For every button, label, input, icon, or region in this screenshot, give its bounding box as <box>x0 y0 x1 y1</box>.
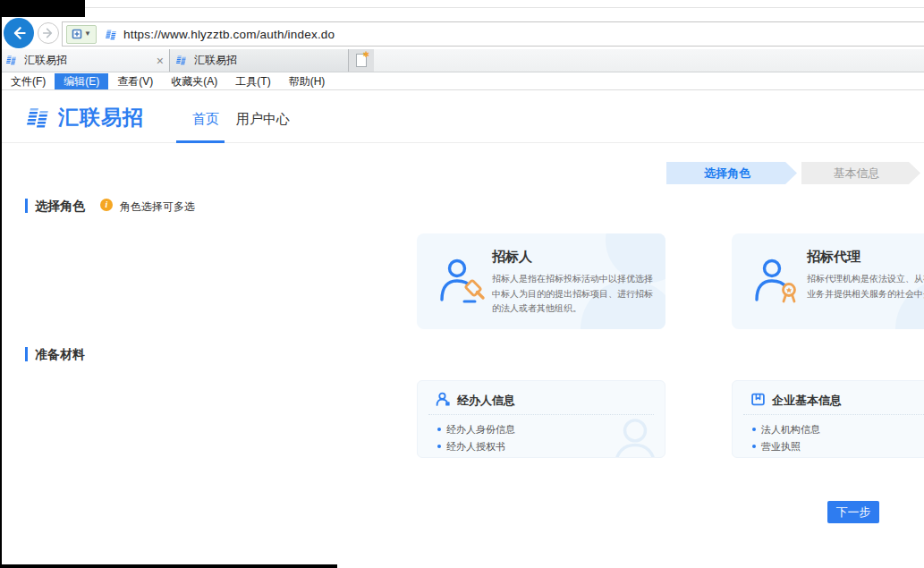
back-button[interactable] <box>4 18 34 48</box>
tab-title: 汇联易招 <box>194 53 343 68</box>
material-item: 经办人授权书 <box>446 440 505 454</box>
new-tab-button[interactable]: ✱ <box>349 49 373 72</box>
title-bar <box>0 0 924 17</box>
section-accent-bar <box>25 199 28 213</box>
person-gavel-icon <box>438 257 487 305</box>
material-card-agent-info: 经办人信息 经办人身份信息 经办人授权书 <box>417 380 665 458</box>
site-header: 汇联易招 首页 用户中心 <box>2 91 924 143</box>
address-bar[interactable]: ▼ https://www.hlyzztb.com/auth/index.do <box>62 21 924 47</box>
nav-item-user-center[interactable]: 用户中心 <box>236 111 290 128</box>
back-arrow-icon <box>10 24 28 42</box>
license-icon <box>750 392 766 407</box>
forward-arrow-icon <box>41 26 55 40</box>
step-choose-role: 选择角色 <box>666 162 797 184</box>
menu-favorites[interactable]: 收藏夹(A) <box>162 73 226 89</box>
screenshot-root: ▼ https://www.hlyzztb.com/auth/index.do … <box>0 0 924 568</box>
role-card-description: 招标人是指在招标投标活动中以择优选择 中标人为目的的提出招标项目、进行招标 的法… <box>492 272 658 317</box>
menu-view[interactable]: 查看(V) <box>108 73 162 89</box>
material-item: 经办人身份信息 <box>446 423 515 437</box>
bullet-dot <box>752 428 756 431</box>
nav-active-underline <box>176 140 225 143</box>
chevron-down-icon: ▼ <box>84 30 91 38</box>
section-title-choose-role: 选择角色 <box>35 199 85 215</box>
role-card-description: 招标代理机构是依法设立、从事 业务并提供相关服务的社会中介 <box>807 272 924 301</box>
material-card-title: 经办人信息 <box>457 393 515 409</box>
browser-tab-active[interactable]: 汇联易招 × <box>0 49 170 72</box>
window-top-edge <box>85 7 924 8</box>
browser-navigation-bar: ▼ https://www.hlyzztb.com/auth/index.do <box>0 17 924 49</box>
step-basic-info: 基本信息 <box>801 162 920 184</box>
role-card-title: 招标代理 <box>807 249 860 266</box>
compatibility-icon <box>72 29 82 39</box>
bullet-dot <box>752 445 756 448</box>
nav-item-home[interactable]: 首页 <box>192 111 219 128</box>
bullet-dot <box>437 428 441 431</box>
new-tab-star-icon: ✱ <box>362 51 369 59</box>
browser-menu-bar: 文件(F) 编辑(E) 查看(V) 收藏夹(A) 工具(T) 帮助(H) <box>2 73 924 90</box>
person-medal-icon <box>753 257 801 305</box>
dotted-divider <box>743 414 924 415</box>
role-card-title: 招标人 <box>492 249 532 266</box>
info-icon: i <box>100 199 113 211</box>
next-step-button[interactable]: 下一步 <box>827 501 879 523</box>
url-text[interactable]: https://www.hlyzztb.com/auth/index.do <box>123 28 335 41</box>
forward-button[interactable] <box>38 22 59 44</box>
menu-file[interactable]: 文件(F) <box>2 73 55 89</box>
close-tab-icon[interactable]: × <box>157 55 164 67</box>
browser-tab-background[interactable]: 汇联易招 <box>170 49 349 72</box>
tab-favicon-icon <box>5 54 19 67</box>
bullet-dot <box>437 445 441 448</box>
tab-favicon-icon <box>175 54 189 67</box>
menu-edit[interactable]: 编辑(E) <box>55 73 108 89</box>
material-card-title: 企业基本信息 <box>772 393 842 409</box>
tab-strip: 汇联易招 × 汇联易招 ✱ <box>0 49 374 72</box>
role-card-agency[interactable]: 招标代理 招标代理机构是依法设立、从事 业务并提供相关服务的社会中介 <box>732 233 924 329</box>
material-item: 法人机构信息 <box>761 423 820 437</box>
brand-name: 汇联易招 <box>58 104 144 131</box>
material-item: 营业执照 <box>761 440 801 454</box>
compatibility-view-button[interactable]: ▼ <box>66 25 97 44</box>
section-accent-bar <box>25 347 28 361</box>
brand-logo-icon <box>25 104 52 131</box>
person-icon <box>436 392 451 407</box>
bottom-edge-bar <box>0 564 337 568</box>
person-watermark-icon <box>607 414 663 458</box>
menu-help[interactable]: 帮助(H) <box>280 73 335 89</box>
role-card-tenderer[interactable]: 招标人 招标人是指在招标投标活动中以择优选择 中标人为目的的提出招标项目、进行招… <box>417 233 665 329</box>
section-hint: 角色选择可多选 <box>120 199 195 215</box>
site-favicon-icon <box>105 28 118 41</box>
browser-tab-row: 汇联易招 × 汇联易招 ✱ <box>0 49 924 72</box>
tab-title: 汇联易招 <box>24 53 153 68</box>
section-title-materials: 准备材料 <box>35 347 85 363</box>
window-corner <box>0 0 85 17</box>
left-edge-bar <box>0 0 2 568</box>
menu-tools[interactable]: 工具(T) <box>226 73 279 89</box>
material-card-company-info: 企业基本信息 法人机构信息 营业执照 <box>732 380 924 458</box>
